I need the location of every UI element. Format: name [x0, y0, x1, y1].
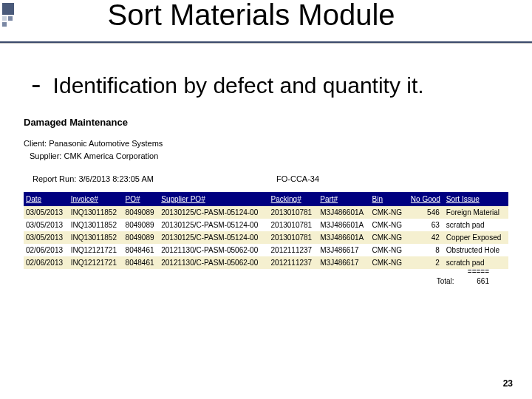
supplier-label: Supplier:	[30, 151, 61, 160]
client-label: Client:	[24, 139, 47, 148]
client-supplier-info: Client: Panasonic Automotive Systems Sup…	[24, 137, 163, 162]
table-row: 03/05/2013 INQ13011852 8049089 20130125/…	[24, 219, 508, 231]
total-separator: =====	[437, 267, 489, 276]
slide: Sort Materials Module - Identification b…	[0, 0, 532, 399]
col-packing: Packing#	[269, 192, 318, 206]
totals-block: ===== Total: 661	[437, 267, 489, 285]
col-invoice: Invoice#	[69, 192, 123, 206]
report-run-value: 3/6/2013 8:23:05 AM	[78, 174, 154, 183]
subtitle-text: Identification by defect and quantity it…	[53, 73, 424, 98]
page-number: 23	[503, 378, 513, 389]
table-row: 02/06/2013 INQ12121721 8048461 20121130/…	[24, 256, 508, 269]
form-id: FO-CCA-34	[276, 174, 319, 183]
section-heading: Damaged Maintenance	[24, 117, 128, 128]
table-row: 03/05/2013 INQ13011852 8049089 20130125/…	[24, 231, 508, 244]
col-supplier-po: Supplier PO#	[159, 192, 268, 206]
col-part: Part#	[318, 192, 369, 206]
total-label: Total:	[437, 277, 454, 285]
client-value: Panasonic Automotive Systems	[49, 139, 163, 148]
col-issue: Sort Issue	[444, 192, 508, 206]
subtitle-row: - Identification by defect and quantity …	[28, 71, 517, 101]
col-nogood: No Good	[407, 192, 444, 206]
slide-title: Sort Materials Module	[0, 0, 502, 32]
table-row: 03/05/2013 INQ13011852 8049089 20130125/…	[24, 206, 508, 219]
data-table: Date Invoice# PO# Supplier PO# Packing# …	[24, 192, 508, 269]
report-run-row: Report Run: 3/6/2013 8:23:05 AM FO-CCA-3…	[33, 174, 502, 183]
col-po: PO#	[123, 192, 160, 206]
total-value: 661	[477, 277, 489, 285]
title-divider	[0, 41, 532, 43]
table-header-row: Date Invoice# PO# Supplier PO# Packing# …	[24, 192, 508, 206]
table-row: 02/06/2013 INQ12121721 8048461 20121130/…	[24, 244, 508, 256]
bullet-dash: -	[28, 71, 44, 101]
report-run-label: Report Run:	[33, 174, 76, 183]
supplier-value: CMK America Corporation	[64, 151, 158, 160]
col-bin: Bin	[370, 192, 407, 206]
col-date: Date	[24, 192, 69, 206]
